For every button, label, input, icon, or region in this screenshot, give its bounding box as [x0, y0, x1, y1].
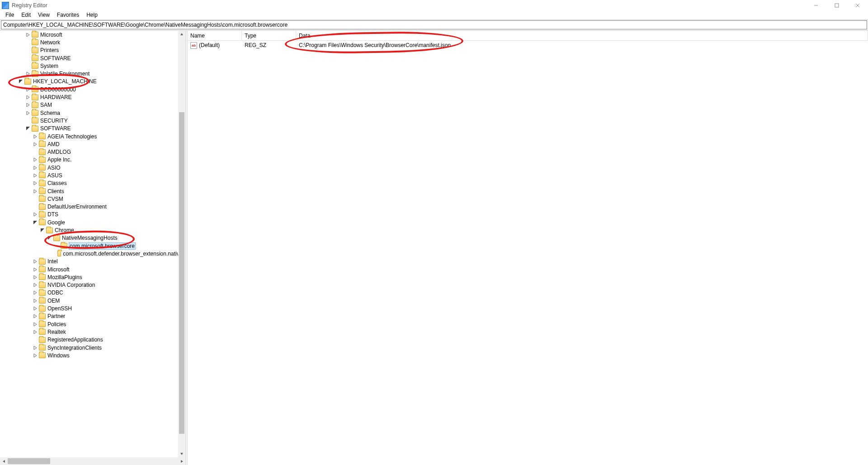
- menu-file[interactable]: File: [2, 11, 18, 19]
- chevron-right-icon[interactable]: [33, 142, 38, 147]
- tree-node[interactable]: Microsoft: [0, 266, 185, 273]
- chevron-down-icon[interactable]: [33, 220, 38, 225]
- tree-horizontal-scrollbar[interactable]: [0, 457, 185, 465]
- minimize-button[interactable]: [806, 0, 826, 10]
- chevron-right-icon[interactable]: [33, 259, 38, 264]
- menu-edit[interactable]: Edit: [18, 11, 34, 19]
- chevron-right-icon[interactable]: [33, 157, 38, 162]
- folder-icon: [32, 126, 38, 132]
- tree-vertical-scrollbar[interactable]: [178, 31, 185, 457]
- tree-node[interactable]: Printers: [0, 47, 185, 54]
- chevron-right-icon[interactable]: [33, 345, 38, 351]
- chevron-right-icon[interactable]: [33, 267, 38, 272]
- tree-node[interactable]: ODBC: [0, 289, 185, 297]
- menu-view[interactable]: View: [34, 11, 53, 19]
- tree-node[interactable]: NVIDIA Corporation: [0, 281, 185, 289]
- tree-node[interactable]: HARDWARE: [0, 93, 185, 101]
- tree-node[interactable]: SECURITY: [0, 117, 185, 124]
- tree-node[interactable]: com.microsoft.defender.browser_extension…: [0, 250, 185, 257]
- tree-node[interactable]: Clients: [0, 187, 185, 195]
- tree-node[interactable]: BCD00000000: [0, 85, 185, 93]
- chevron-down-icon[interactable]: [40, 228, 45, 233]
- chevron-right-icon[interactable]: [33, 134, 38, 139]
- chevron-right-icon[interactable]: [33, 189, 38, 194]
- maximize-button[interactable]: [826, 0, 847, 10]
- chevron-right-icon[interactable]: [33, 298, 38, 304]
- tree-node[interactable]: HKEY_LOCAL_MACHINE: [0, 78, 185, 85]
- scroll-down-icon[interactable]: [178, 450, 185, 457]
- tree-node[interactable]: SOFTWARE: [0, 125, 185, 133]
- chevron-right-icon[interactable]: [25, 95, 31, 100]
- tree-node[interactable]: OpenSSH: [0, 304, 185, 312]
- tree-node[interactable]: SyncIntegrationClients: [0, 344, 185, 351]
- tree-node[interactable]: DTS: [0, 211, 185, 218]
- menu-favorites[interactable]: Favorites: [53, 11, 83, 19]
- tree-node[interactable]: AMDLOG: [0, 148, 185, 156]
- scroll-thumb[interactable]: [179, 112, 184, 434]
- tree-node[interactable]: Intel: [0, 258, 185, 266]
- tree-node[interactable]: RegisteredApplications: [0, 336, 185, 344]
- chevron-right-icon[interactable]: [33, 275, 38, 280]
- chevron-down-icon[interactable]: [18, 79, 24, 84]
- close-button[interactable]: [847, 0, 868, 10]
- scroll-right-icon[interactable]: [178, 457, 185, 465]
- tree-node[interactable]: OEM: [0, 297, 185, 304]
- chevron-right-icon[interactable]: [25, 71, 31, 76]
- folder-icon: [39, 274, 46, 280]
- tree-node[interactable]: AMD: [0, 140, 185, 148]
- tree-node[interactable]: Microsoft: [0, 31, 185, 38]
- chevron-right-icon[interactable]: [33, 173, 38, 178]
- chevron-right-icon[interactable]: [33, 282, 38, 288]
- chevron-right-icon[interactable]: [25, 87, 31, 92]
- scroll-track[interactable]: [178, 38, 185, 450]
- tree-node[interactable]: Policies: [0, 320, 185, 328]
- chevron-right-icon[interactable]: [33, 353, 38, 358]
- tree-node[interactable]: System: [0, 62, 185, 70]
- tree-node[interactable]: Windows: [0, 351, 185, 359]
- tree-node-label: Google: [47, 219, 65, 226]
- tree-node[interactable]: Volatile Environment: [0, 70, 185, 77]
- tree-node[interactable]: com.microsoft.browsercore: [0, 242, 185, 250]
- tree-node[interactable]: ASIO: [0, 164, 185, 171]
- scroll-left-icon[interactable]: [0, 457, 8, 465]
- scroll-up-icon[interactable]: [178, 31, 185, 38]
- col-header-name[interactable]: Name: [188, 31, 242, 40]
- tree-node-label: HARDWARE: [40, 94, 72, 100]
- menu-help[interactable]: Help: [83, 11, 101, 19]
- value-row[interactable]: ab(Default)REG_SZC:\Program Files\Window…: [188, 41, 868, 50]
- col-header-type[interactable]: Type: [242, 31, 296, 40]
- tree-node[interactable]: ASUS: [0, 171, 185, 179]
- svg-marker-28: [34, 299, 37, 303]
- tree-node[interactable]: SAM: [0, 101, 185, 109]
- tree-node[interactable]: AGEIA Technologies: [0, 133, 185, 140]
- chevron-right-icon[interactable]: [25, 102, 31, 108]
- tree-node[interactable]: Google: [0, 218, 185, 226]
- tree-node[interactable]: DefaultUserEnvironment: [0, 203, 185, 211]
- chevron-right-icon[interactable]: [33, 329, 38, 335]
- col-header-data[interactable]: Data: [296, 31, 868, 40]
- tree-node[interactable]: Apple Inc.: [0, 156, 185, 164]
- tree-node[interactable]: Chrome: [0, 226, 185, 234]
- chevron-down-icon[interactable]: [25, 126, 31, 131]
- chevron-right-icon[interactable]: [33, 322, 38, 327]
- chevron-right-icon[interactable]: [25, 110, 31, 116]
- chevron-right-icon[interactable]: [33, 306, 38, 311]
- tree-node[interactable]: Network: [0, 38, 185, 46]
- chevron-right-icon[interactable]: [33, 290, 38, 295]
- address-bar[interactable]: Computer\HKEY_LOCAL_MACHINE\SOFTWARE\Goo…: [1, 20, 867, 29]
- chevron-down-icon[interactable]: [47, 235, 52, 241]
- chevron-right-icon[interactable]: [33, 313, 38, 319]
- chevron-right-icon[interactable]: [33, 180, 38, 186]
- tree-node[interactable]: NativeMessagingHosts: [0, 234, 185, 242]
- tree-node[interactable]: CVSM: [0, 195, 185, 203]
- tree-node[interactable]: SOFTWARE: [0, 54, 185, 62]
- chevron-right-icon[interactable]: [25, 32, 31, 38]
- tree-node-label: Microsoft: [47, 266, 70, 273]
- tree-node[interactable]: Partner: [0, 313, 185, 320]
- chevron-right-icon[interactable]: [33, 165, 38, 171]
- tree-node[interactable]: Schema: [0, 109, 185, 117]
- tree-node[interactable]: MozillaPlugins: [0, 273, 185, 281]
- chevron-right-icon[interactable]: [33, 212, 38, 217]
- tree-node[interactable]: Realtek: [0, 328, 185, 336]
- tree-node[interactable]: Classes: [0, 180, 185, 187]
